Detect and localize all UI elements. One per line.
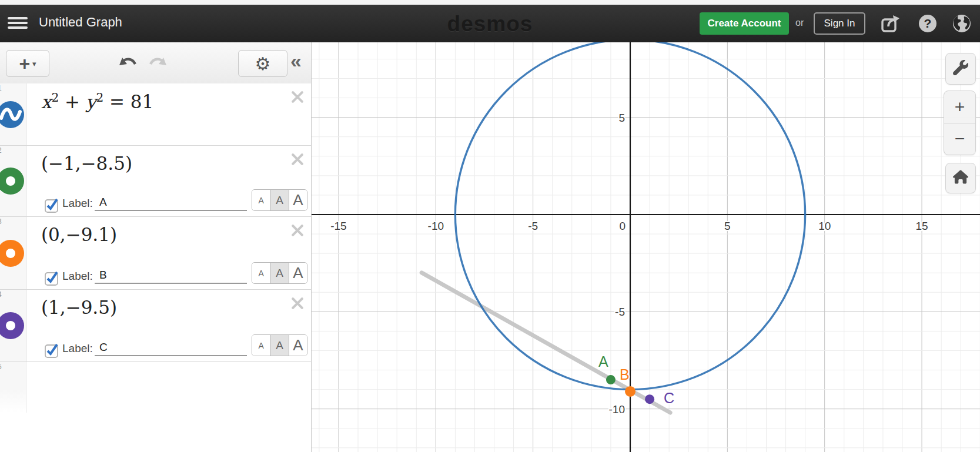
label-caption: Label: (62, 270, 93, 283)
minus-icon: − (955, 129, 965, 149)
close-icon[interactable] (290, 152, 305, 167)
expression-panel: + ▾ ⚙ « 1 (0, 42, 312, 452)
help-icon[interactable]: ? (918, 14, 938, 33)
row-number: 3 (0, 217, 2, 226)
label-value[interactable]: A (99, 196, 107, 209)
graph-settings-button[interactable]: ⚙ (238, 50, 287, 77)
row-number: 5 (0, 363, 2, 371)
collapse-panel-icon[interactable]: « (290, 49, 302, 72)
svg-text:0: 0 (619, 220, 626, 232)
point-style-icon[interactable] (0, 166, 25, 196)
expression-latex[interactable]: x2 + y2 = 81 (41, 91, 153, 112)
graph-paper[interactable]: -15-10-50510155-5-10ABC + − (312, 42, 980, 452)
svg-text:?: ? (924, 16, 932, 30)
sign-in-button[interactable]: Sign In (814, 12, 865, 35)
point-style-icon[interactable] (0, 239, 25, 268)
expression-list: 1 x2 + y2 = 81 Label: A A A (0, 83, 311, 413)
close-icon[interactable] (290, 296, 305, 311)
chevron-down-icon: ▾ (32, 59, 36, 68)
label-size-large-button[interactable]: A (289, 335, 307, 356)
graph-settings-wrench-button[interactable] (945, 53, 976, 85)
redo-icon[interactable] (147, 55, 168, 73)
row-number: 1 (0, 84, 2, 92)
svg-text:15: 15 (915, 220, 928, 232)
undo-icon[interactable] (118, 55, 139, 73)
svg-text:-5: -5 (615, 306, 625, 318)
expression-gutter[interactable]: 3 (0, 217, 26, 289)
label-size-medium-button[interactable]: A (270, 190, 289, 210)
label-value[interactable]: C (99, 341, 108, 354)
label-size-small-button[interactable]: A (252, 190, 270, 210)
app-header: Untitled Graph desmos Create Account or … (0, 5, 980, 43)
label-checkbox[interactable] (45, 198, 59, 212)
label-input[interactable] (95, 283, 247, 284)
share-icon[interactable] (881, 14, 901, 33)
zoom-out-button[interactable]: − (944, 123, 975, 155)
zoom-controls: + − (944, 91, 976, 155)
label-size-group: A A A (252, 189, 307, 211)
expression-gutter[interactable]: 4 (0, 290, 26, 361)
or-label: or (795, 18, 804, 28)
label-input[interactable] (95, 355, 247, 356)
expression-latex[interactable]: (0,−9.1) (41, 224, 117, 245)
graph-canvas[interactable]: -15-10-50510155-5-10ABC (312, 42, 980, 452)
label-input[interactable] (95, 210, 247, 211)
svg-text:-5: -5 (528, 220, 538, 232)
wave-curve-icon[interactable] (0, 100, 25, 129)
svg-text:5: 5 (618, 112, 625, 124)
add-expression-button[interactable]: + ▾ (6, 50, 49, 77)
close-icon[interactable] (290, 89, 305, 105)
label-size-small-button[interactable]: A (252, 263, 270, 283)
expression-row[interactable]: 4 (1,−9.5) Label: C A A A (0, 290, 311, 362)
point-style-icon[interactable] (0, 311, 25, 340)
svg-text:5: 5 (724, 220, 731, 232)
label-checkbox[interactable] (45, 271, 59, 285)
home-icon (953, 170, 968, 186)
close-icon[interactable] (290, 223, 305, 238)
graph-title[interactable]: Untitled Graph (39, 15, 122, 30)
expression-gutter[interactable]: 2 (0, 146, 26, 216)
svg-text:C: C (664, 390, 674, 406)
expression-row[interactable]: 2 (−1,−8.5) Label: A A A A (0, 146, 311, 217)
expression-row[interactable]: 1 x2 + y2 = 81 Label: A A A (0, 83, 311, 146)
label-caption: Label: (62, 197, 93, 210)
plus-icon: + (19, 52, 30, 75)
label-size-medium-button[interactable]: A (270, 335, 289, 356)
expression-toolbar: + ▾ ⚙ « (0, 42, 311, 84)
expression-latex[interactable]: (1,−9.5) (41, 297, 117, 318)
globe-language-icon[interactable] (952, 14, 972, 33)
label-size-large-button[interactable]: A (289, 190, 307, 210)
svg-text:-15: -15 (330, 220, 346, 232)
label-size-large-button[interactable]: A (289, 263, 307, 283)
empty-expression-row[interactable]: 5 (0, 362, 311, 413)
expression-row[interactable]: 3 (0,−9.1) Label: B A A A (0, 217, 311, 290)
svg-text:-10: -10 (609, 403, 625, 416)
svg-text:-10: -10 (428, 220, 444, 232)
label-checkbox[interactable] (45, 343, 59, 357)
plus-icon: + (955, 97, 965, 117)
label-caption: Label: (62, 342, 93, 355)
svg-text:10: 10 (818, 220, 831, 232)
label-size-group: A A A (252, 334, 307, 356)
label-value[interactable]: B (99, 269, 107, 282)
expression-gutter[interactable]: 1 (0, 83, 26, 145)
zoom-in-button[interactable]: + (944, 91, 975, 123)
label-size-small-button[interactable]: A (252, 335, 270, 356)
expression-gutter: 5 (0, 362, 26, 413)
row-number: 4 (0, 290, 2, 299)
main-menu-icon[interactable] (8, 17, 28, 31)
label-size-group: A A A (252, 262, 307, 284)
row-number: 2 (0, 146, 2, 155)
svg-text:B: B (620, 366, 630, 383)
wrench-icon (953, 60, 968, 78)
gear-icon: ⚙ (255, 53, 271, 74)
label-size-medium-button[interactable]: A (270, 263, 289, 283)
create-account-button[interactable]: Create Account (700, 12, 789, 35)
default-viewport-button[interactable] (945, 163, 976, 193)
browser-top-strip (0, 0, 980, 5)
svg-text:A: A (598, 353, 608, 370)
desmos-logo: desmos (447, 12, 533, 36)
expression-latex[interactable]: (−1,−8.5) (41, 153, 132, 174)
